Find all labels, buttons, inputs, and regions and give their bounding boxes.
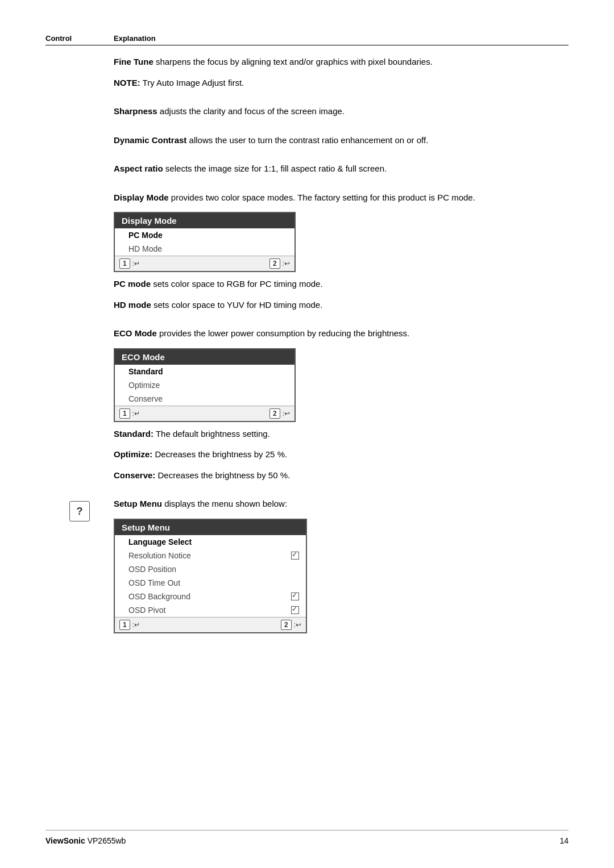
setup-item-osd-background-checkbox (291, 592, 299, 600)
eco-mode-row: ECO Mode provides the lower power consum… (45, 327, 569, 490)
left-col-qmark: ? (45, 498, 114, 639)
standard-text: The default brightness setting. (154, 429, 270, 439)
content-area: Fine Tune sharpens the focus by aligning… (45, 56, 569, 647)
setup-menu-text: displays the menu shown below: (162, 499, 287, 508)
setup-menu-bold: Setup Menu (114, 499, 162, 508)
eco-mode-osd-footer: 1 :↵ 2 :↩ (115, 406, 294, 421)
left-col-empty (45, 56, 114, 97)
dynamic-contrast-text: allows the user to turn the contrast rat… (186, 135, 428, 145)
setup-item-osd-position-label: OSD Position (128, 565, 176, 574)
setup-menu-footer-left: 1 :↵ (119, 620, 140, 630)
conserve-bold: Conserve: (114, 470, 155, 480)
left-col-empty6 (45, 327, 114, 490)
fine-tune-text: sharpens the focus by aligning text and/… (154, 57, 433, 66)
display-mode-para: Display Mode provides two color space mo… (114, 191, 569, 205)
aspect-ratio-content: Aspect ratio selects the image size for … (114, 162, 569, 183)
display-mode-key2: 2 (269, 258, 280, 269)
pc-mode-bold: PC mode (114, 279, 151, 289)
eco-mode-item-conserve: Conserve (115, 392, 294, 406)
setup-menu-row: ? Setup Menu displays the menu shown bel… (45, 498, 569, 639)
fine-tune-content: Fine Tune sharpens the focus by aligning… (114, 56, 569, 97)
setup-menu-osd-title: Setup Menu (115, 520, 306, 535)
left-col-empty5 (45, 191, 114, 320)
setup-menu-key1: 1 (119, 620, 130, 630)
display-mode-osd-title: Display Mode (115, 213, 294, 228)
dynamic-contrast-row: Dynamic Contrast allows the user to turn… (45, 134, 569, 155)
optimize-para: Optimize: Decreases the brightness by 25… (114, 448, 569, 461)
page-wrapper: Control Explanation Fine Tune sharpens t… (0, 0, 614, 681)
eco-mode-enter-icon: :↵ (132, 410, 140, 418)
fine-tune-bold: Fine Tune (114, 57, 154, 66)
fine-tune-para: Fine Tune sharpens the focus by aligning… (114, 56, 569, 69)
eco-mode-key1: 1 (119, 408, 130, 419)
aspect-ratio-para: Aspect ratio selects the image size for … (114, 162, 569, 176)
display-mode-item-0: PC Mode (115, 228, 294, 242)
setup-item-language: Language Select (115, 535, 306, 549)
setup-item-resolution-checkbox (291, 552, 299, 560)
setup-item-osd-pivot-label: OSD Pivot (128, 606, 165, 615)
footer-model-text: VP2655wb (88, 836, 126, 845)
display-mode-bold: Display Mode (114, 193, 169, 202)
eco-mode-footer-left: 1 :↵ (119, 408, 140, 419)
aspect-ratio-bold: Aspect ratio (114, 164, 163, 173)
left-col-empty2 (45, 105, 114, 126)
hd-mode-text: sets color space to YUV for HD timing mo… (151, 300, 323, 310)
display-mode-item-1: HD Mode (115, 242, 294, 256)
eco-mode-content: ECO Mode provides the lower power consum… (114, 327, 569, 490)
display-mode-osd-box: Display Mode PC Mode HD Mode 1 :↵ 2 :↩ (114, 212, 296, 272)
setup-menu-exit-icon: :↩ (294, 621, 301, 629)
setup-menu-key2: 2 (281, 620, 292, 630)
dynamic-contrast-bold: Dynamic Contrast (114, 135, 186, 145)
conserve-para: Conserve: Decreases the brightness by 50… (114, 469, 569, 482)
setup-item-language-label: Language Select (128, 537, 192, 546)
dynamic-contrast-para: Dynamic Contrast allows the user to turn… (114, 134, 569, 147)
page-footer: ViewSonic VP2655wb 14 (45, 830, 569, 845)
note-bold: NOTE: (114, 78, 140, 87)
sharpness-row: Sharpness adjusts the clarity and focus … (45, 105, 569, 126)
setup-item-resolution: Resolution Notice (115, 549, 306, 562)
display-mode-key1: 1 (119, 258, 130, 269)
hd-mode-para: HD mode sets color space to YUV for HD t… (114, 299, 569, 312)
hd-mode-bold: HD mode (114, 300, 151, 310)
sharpness-content: Sharpness adjusts the clarity and focus … (114, 105, 569, 126)
display-mode-text: provides two color space modes. The fact… (169, 193, 475, 202)
eco-mode-item-optimize: Optimize (115, 378, 294, 392)
setup-menu-content: Setup Menu displays the menu shown below… (114, 498, 569, 639)
fine-tune-row: Fine Tune sharpens the focus by aligning… (45, 56, 569, 97)
footer-brand: ViewSonic VP2655wb (45, 836, 126, 845)
standard-bold: Standard: (114, 429, 154, 439)
setup-item-osd-pivot-checkbox (291, 606, 299, 614)
display-mode-footer-left: 1 :↵ (119, 258, 140, 269)
setup-menu-osd-footer: 1 :↵ 2 :↩ (115, 617, 306, 632)
setup-item-osd-timeout-label: OSD Time Out (128, 578, 180, 587)
header-explanation: Explanation (114, 34, 156, 43)
display-mode-row: Display Mode provides two color space mo… (45, 191, 569, 320)
eco-mode-para: ECO Mode provides the lower power consum… (114, 327, 569, 340)
pc-mode-para: PC mode sets color space to RGB for PC t… (114, 278, 569, 291)
optimize-bold: Optimize: (114, 449, 152, 459)
note-text: Try Auto Image Adjust first. (140, 78, 244, 87)
setup-menu-para: Setup Menu displays the menu shown below… (114, 498, 569, 511)
header-control: Control (45, 34, 114, 43)
display-mode-content: Display Mode provides two color space mo… (114, 191, 569, 320)
eco-mode-item-standard: Standard (115, 365, 294, 378)
setup-item-osd-pivot: OSD Pivot (115, 603, 306, 617)
eco-mode-key2: 2 (269, 408, 280, 419)
aspect-ratio-text: selects the image size for 1:1, fill asp… (163, 164, 387, 173)
eco-mode-footer-right: 2 :↩ (269, 408, 290, 419)
eco-mode-exit-icon: :↩ (283, 410, 290, 418)
setup-menu-footer-right: 2 :↩ (281, 620, 301, 630)
optimize-text: Decreases the brightness by 25 %. (152, 449, 287, 459)
setup-menu-enter-icon: :↵ (132, 621, 140, 629)
display-mode-exit-icon: :↩ (283, 260, 290, 268)
sharpness-text: adjusts the clarity and focus of the scr… (157, 106, 345, 116)
display-mode-enter-icon: :↵ (132, 260, 140, 268)
standard-para: Standard: The default brightness setting… (114, 428, 569, 441)
footer-brand-name: ViewSonic (45, 836, 85, 845)
setup-menu-osd-box: Setup Menu Language Select Resolution No… (114, 519, 307, 633)
question-mark-icon: ? (69, 501, 90, 521)
sharpness-para: Sharpness adjusts the clarity and focus … (114, 105, 569, 118)
setup-item-osd-background-label: OSD Background (128, 592, 190, 601)
aspect-ratio-row: Aspect ratio selects the image size for … (45, 162, 569, 183)
table-header: Control Explanation (45, 34, 569, 45)
